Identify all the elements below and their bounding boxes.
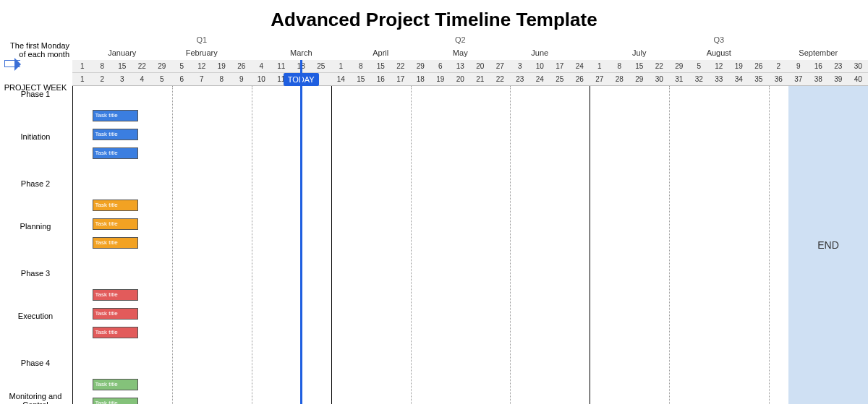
project-week-cell: 10 <box>252 73 272 85</box>
month-label: July <box>632 48 647 57</box>
project-week-cell: 39 <box>828 73 848 85</box>
date-cell: 15 <box>629 60 650 72</box>
project-week-cell: 24 <box>530 73 550 85</box>
date-cell: 2 <box>769 60 789 72</box>
dates-row: 1815222951219264111825181522296132027310… <box>72 60 868 73</box>
project-week-cell: 38 <box>809 73 829 85</box>
project-week-cell: 19 <box>430 73 451 85</box>
project-week-cell: 18 <box>411 73 431 85</box>
date-cell: 20 <box>470 60 490 72</box>
date-cell: 5 <box>689 60 710 72</box>
project-week-cell: 9 <box>231 73 252 85</box>
grid-line-dotted <box>510 86 511 404</box>
date-cell: 16 <box>809 60 829 72</box>
project-week-cell: 14 <box>331 73 352 85</box>
date-cell: 19 <box>729 60 749 72</box>
chart-area: Q1Q2Q3 JanuaryFebruaryMarchAprilMayJuneJ… <box>72 35 868 404</box>
left-header: The first Monday of each month <box>0 41 72 69</box>
phase-header-label: Phase 1 <box>0 90 71 98</box>
task-bar[interactable]: Task title <box>93 110 138 121</box>
grid-line-dotted <box>411 86 412 404</box>
project-week-cell: 17 <box>391 73 411 85</box>
first-monday-label-2: of each month <box>0 50 72 59</box>
grid-line <box>72 86 73 404</box>
date-cell: 29 <box>152 60 172 72</box>
date-cell: 17 <box>550 60 570 72</box>
phase-group-label: Planning <box>0 222 71 231</box>
project-week-cell: 23 <box>510 73 530 85</box>
phase-header-label: Phase 2 <box>0 179 71 188</box>
task-bar[interactable]: Task title <box>93 327 138 338</box>
task-bar[interactable]: Task title <box>93 237 138 249</box>
date-cell: 6 <box>430 60 451 72</box>
date-cell: 10 <box>530 60 550 72</box>
date-cell: 9 <box>788 60 809 72</box>
project-week-cell: 33 <box>709 73 729 85</box>
end-block: END <box>788 86 868 404</box>
phase-group-label: Execution <box>0 312 71 320</box>
date-cell: 26 <box>749 60 769 72</box>
date-cell: 22 <box>132 60 153 72</box>
task-bar[interactable]: Task title <box>93 308 138 320</box>
project-week-cell: 31 <box>669 73 689 85</box>
project-week-cell: 2 <box>93 73 113 85</box>
task-bar[interactable]: Task title <box>93 129 138 140</box>
date-cell: 26 <box>231 60 252 72</box>
project-week-cell: 30 <box>650 73 670 85</box>
month-label: February <box>186 48 218 57</box>
month-label: May <box>453 48 468 57</box>
project-week-cell: 7 <box>192 73 212 85</box>
project-week-cell: 16 <box>371 73 391 85</box>
timeline: The first Monday of each month PROJECT W… <box>0 35 868 404</box>
project-week-cell: 4 <box>132 73 153 85</box>
date-cell: 29 <box>411 60 431 72</box>
date-cell: 3 <box>510 60 530 72</box>
month-row: JanuaryFebruaryMarchAprilMayJuneJulyAugu… <box>72 48 868 60</box>
grid-line <box>331 86 332 404</box>
grid-line-dotted <box>669 86 670 404</box>
task-bar[interactable]: Task title <box>93 200 138 211</box>
task-bar[interactable]: Task title <box>93 379 138 390</box>
date-cell: 1 <box>590 60 610 72</box>
task-bar[interactable]: Task title <box>93 218 138 230</box>
project-week-cell: 15 <box>351 73 371 85</box>
task-bar[interactable]: Task title <box>93 289 138 301</box>
project-week-cell: 5 <box>152 73 172 85</box>
project-week-cell: 32 <box>689 73 710 85</box>
project-week-cell: 1 <box>72 73 93 85</box>
project-week-cell: 6 <box>172 73 192 85</box>
first-monday-label-1: The first Monday <box>0 41 72 50</box>
date-cell: 27 <box>490 60 511 72</box>
project-week-cell: 21 <box>470 73 490 85</box>
phase-header-label: Phase 3 <box>0 269 71 278</box>
date-cell: 8 <box>351 60 371 72</box>
date-cell: 30 <box>848 60 869 72</box>
date-cell: 23 <box>828 60 848 72</box>
project-week-cell: 26 <box>570 73 590 85</box>
project-week-cell: 36 <box>769 73 789 85</box>
task-bar[interactable]: Task title <box>93 147 138 159</box>
month-label: April <box>373 48 388 57</box>
date-cell: 8 <box>610 60 630 72</box>
month-label: June <box>531 48 548 57</box>
page-title: Advanced Project Timeline Template <box>0 0 868 35</box>
task-bar[interactable]: Task title <box>93 398 138 404</box>
date-cell: 22 <box>650 60 670 72</box>
month-label: August <box>707 48 731 57</box>
month-label: January <box>108 48 136 57</box>
date-cell: 15 <box>112 60 132 72</box>
date-cell: 25 <box>311 60 331 72</box>
date-cell: 8 <box>93 60 113 72</box>
date-cell: 15 <box>371 60 391 72</box>
phase-group-label: Initiation <box>0 132 71 141</box>
quarter-label: Q3 <box>713 35 724 44</box>
project-week-cell: 20 <box>451 73 471 85</box>
date-cell: 12 <box>192 60 212 72</box>
date-cell: 4 <box>252 60 272 72</box>
month-label: September <box>799 48 838 57</box>
grid-line-dotted <box>252 86 252 404</box>
phase-header-label: Phase 4 <box>0 359 71 367</box>
date-cell: 1 <box>331 60 352 72</box>
grid-line <box>590 86 590 404</box>
project-week-cell: 3 <box>112 73 132 85</box>
